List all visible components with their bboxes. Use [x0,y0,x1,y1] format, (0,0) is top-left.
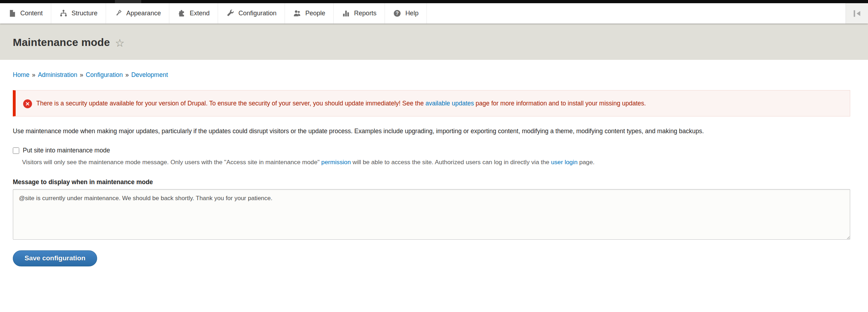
maintenance-intro-text: Use maintenance mode when making major u… [13,126,850,136]
toolbar-item-people[interactable]: People [285,3,334,24]
breadcrumb-separator: » [32,71,36,78]
toolbar-item-reports[interactable]: Reports [334,3,385,24]
people-icon [293,9,301,17]
breadcrumb: Home»Administration»Configuration»Develo… [0,60,868,79]
breadcrumb-link-home[interactable]: Home [13,71,30,78]
error-message-text: There is a security update available for… [23,98,841,108]
toolbar-item-label: Content [20,10,43,17]
error-x-icon: ✕ [23,99,32,108]
toolbar-item-content[interactable]: Content [0,3,51,24]
toolbar-item-label: Structure [72,10,97,17]
toolbar-item-label: People [305,10,325,17]
page-header: Maintenance mode☆ [0,24,868,60]
extend-icon [178,9,186,17]
breadcrumb-separator: » [125,71,129,78]
toolbar-item-help[interactable]: ? Help [385,3,427,24]
toolbar-item-label: Appearance [126,10,161,17]
maintenance-mode-description: Visitors will only see the maintenance m… [22,158,850,167]
breadcrumb-link-development[interactable]: Development [131,71,168,78]
maintenance-mode-checkbox-label[interactable]: Put site into maintenance mode [23,147,110,154]
form-actions: Save configuration [13,250,855,266]
toolbar-item-label: Help [405,10,418,17]
svg-text:?: ? [396,10,399,16]
toolbar-collapse-icon [852,9,862,18]
maintenance-mode-form-item: Put site into maintenance mode [13,147,855,154]
toolbar-item-label: Reports [354,10,376,17]
configuration-icon [226,9,234,17]
breadcrumb-link-administration[interactable]: Administration [38,71,77,78]
toolbar-item-extend[interactable]: Extend [169,3,218,24]
favorite-star-icon[interactable]: ☆ [115,37,125,49]
user-login-link[interactable]: user login [551,158,578,166]
permission-link[interactable]: permission [321,158,351,166]
toolbar-item-configuration[interactable]: Configuration [218,3,285,24]
toolbar-item-structure[interactable]: Structure [51,3,106,24]
help-icon: ? [393,9,401,17]
toolbar-collapse-button[interactable] [846,3,868,24]
description-text-after: page. [577,158,594,166]
admin-bar [0,0,868,3]
toolbar-item-label: Extend [190,10,210,17]
content-icon [8,9,16,17]
save-configuration-button[interactable]: Save configuration [13,250,97,266]
error-message-box: ✕ There is a security update available f… [13,90,850,116]
description-text-middle: will be able to access the site. Authori… [351,158,551,166]
maintenance-message-textarea[interactable]: @site is currently under maintenance. We… [13,189,850,240]
breadcrumb-link-configuration[interactable]: Configuration [86,71,123,78]
description-text-before: Visitors will only see the maintenance m… [22,158,321,166]
toolbar-item-label: Configuration [238,10,276,17]
error-text-before: There is a security update available for… [36,100,425,107]
toolbar-menu: Content Structure Appearance [0,3,427,24]
maintenance-mode-checkbox[interactable] [13,147,19,154]
page-title: Maintenance mode [13,36,110,48]
appearance-icon [114,9,122,17]
structure-icon [59,9,68,17]
available-updates-link[interactable]: available updates [425,100,474,107]
reports-icon [342,9,350,17]
breadcrumb-separator: » [80,71,83,78]
maintenance-message-label: Message to display when in maintenance m… [13,178,855,186]
toolbar: Content Structure Appearance [0,3,868,24]
admin-bar-active-tab-edge [115,0,141,3]
error-text-after: page for more information and to install… [474,100,646,107]
toolbar-item-appearance[interactable]: Appearance [106,3,169,24]
